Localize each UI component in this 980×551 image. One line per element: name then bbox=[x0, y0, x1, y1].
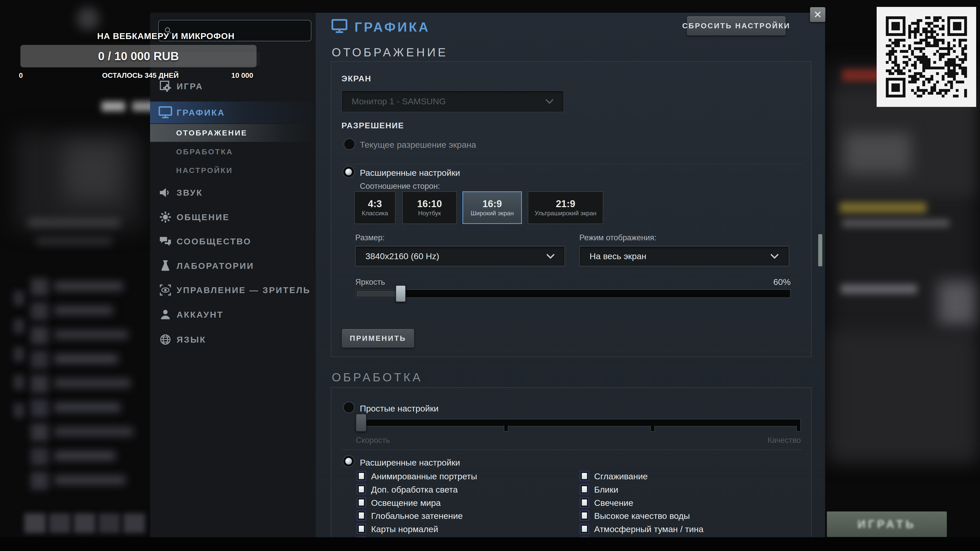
checkbox-ambient-occlusion[interactable] bbox=[357, 510, 366, 521]
background-blur bbox=[64, 143, 123, 202]
checkbox-extra-light-processing[interactable] bbox=[357, 484, 366, 494]
sidebar-item-spectator-controls[interactable]: УПРАВЛЕНИЕ — ЗРИТЕЛЬ bbox=[150, 281, 316, 299]
checkbox-label[interactable]: Освещение мира bbox=[371, 498, 441, 508]
brightness-value: 60% bbox=[750, 277, 791, 287]
apply-button[interactable]: ПРИМЕНИТЬ bbox=[342, 329, 414, 348]
background-blur bbox=[76, 7, 100, 30]
background-blur bbox=[54, 379, 130, 387]
display-section-box: ЭКРАН Монитор 1 - SAMSUNG РАЗРЕШЕНИЕ Тек… bbox=[331, 61, 811, 357]
screen: ИГРАТЬ ИГРА ГРАФИКА ОТОБРАЖЕН bbox=[0, 0, 980, 551]
checkbox-label[interactable]: Высокое качество воды bbox=[594, 511, 690, 521]
quality-slider-track[interactable] bbox=[356, 419, 801, 427]
sidebar-item-game[interactable]: ИГРА bbox=[150, 77, 316, 95]
chat-bubbles-icon bbox=[158, 234, 172, 248]
quality-slider-handle[interactable] bbox=[356, 414, 366, 432]
close-button[interactable]: ✕ bbox=[810, 7, 825, 22]
radio-simple-settings-label[interactable]: Простые настройки bbox=[360, 403, 439, 413]
monitor-icon bbox=[331, 19, 348, 34]
brightness-slider-handle[interactable] bbox=[396, 285, 406, 302]
processing-section-box: Простые настройки Скорость Качество Расш… bbox=[331, 387, 811, 538]
checkbox-world-lighting[interactable] bbox=[357, 497, 366, 508]
settings-main-panel: ГРАФИКА СБРОСИТЬ НАСТРОЙКИ ОТОБРАЖЕНИЕ Э… bbox=[316, 13, 825, 537]
display-mode-select[interactable]: На весь экран bbox=[579, 246, 789, 266]
radio-advanced-resolution[interactable] bbox=[342, 166, 355, 178]
aspect-option-4-3[interactable]: 4:3 Классика bbox=[354, 191, 396, 224]
chevron-down-icon bbox=[545, 98, 554, 104]
radio-advanced-resolution-label[interactable]: Расширенные настройки bbox=[360, 168, 460, 178]
radio-simple-settings[interactable] bbox=[343, 402, 355, 413]
sidebar-item-account[interactable]: АККАУНТ bbox=[150, 305, 316, 324]
checkbox-high-quality-water[interactable] bbox=[580, 510, 589, 521]
background-blur bbox=[13, 403, 24, 418]
divider bbox=[342, 449, 802, 450]
play-button[interactable]: ИГРАТЬ bbox=[827, 511, 947, 537]
sidebar-item-graphics[interactable]: ГРАФИКА bbox=[150, 102, 316, 124]
background-blur bbox=[30, 278, 48, 296]
panel-scrollbar-thumb[interactable] bbox=[818, 234, 822, 266]
sidebar-subitem-display[interactable]: ОТОБРАЖЕНИЕ bbox=[150, 124, 316, 142]
background-blur bbox=[30, 375, 48, 393]
checkbox-specular[interactable] bbox=[580, 484, 589, 494]
checkbox-animated-portraits[interactable] bbox=[357, 471, 366, 481]
sidebar-item-labs[interactable]: ЛАБОРАТОРИИ bbox=[150, 257, 316, 275]
sidebar-item-label: УПРАВЛЕНИЕ — ЗРИТЕЛЬ bbox=[177, 285, 310, 295]
background-blur bbox=[49, 513, 71, 533]
popup-amount-text: 0 / 10 000 RUB bbox=[98, 49, 179, 63]
monitor-select[interactable]: Монитор 1 - SAMSUNG bbox=[342, 90, 564, 112]
popup-range-min: 0 bbox=[19, 71, 23, 79]
background-blur bbox=[36, 237, 112, 245]
background-blur bbox=[54, 451, 115, 460]
sidebar-item-sound[interactable]: ЗВУК bbox=[150, 183, 316, 202]
background-blur bbox=[102, 102, 125, 111]
speaker-icon bbox=[158, 186, 172, 200]
play-button-label: ИГРАТЬ bbox=[858, 518, 916, 530]
aspect-option-16-10[interactable]: 16:10 Ноутбук bbox=[402, 191, 457, 224]
popup-days-left: ОСТАЛОСЬ 345 ДНЕЙ bbox=[76, 71, 204, 79]
checkbox-label[interactable]: Атмосферный туман / тина bbox=[594, 524, 703, 534]
brightness-slider-track[interactable] bbox=[355, 289, 791, 298]
checkbox-glow[interactable] bbox=[580, 497, 589, 508]
background-blur bbox=[829, 64, 977, 462]
checkbox-antialiasing[interactable] bbox=[580, 471, 589, 481]
flask-icon bbox=[158, 259, 172, 273]
background-blur bbox=[30, 327, 48, 345]
checkbox-label[interactable]: Доп. обработка света bbox=[371, 485, 458, 495]
aspect-sublabel: Ультраширокий экран bbox=[535, 210, 597, 216]
radio-advanced-settings-label[interactable]: Расширенные настройки bbox=[360, 457, 460, 468]
checkbox-atmospheric-fog[interactable] bbox=[580, 524, 589, 534]
popup-amount: 0 / 10 000 RUB bbox=[21, 45, 256, 67]
background-blur bbox=[54, 330, 128, 339]
reset-settings-button[interactable]: СБРОСИТЬ НАСТРОЙКИ bbox=[687, 16, 786, 35]
checkbox-label[interactable]: Анимированные портреты bbox=[371, 472, 477, 481]
slider-tick bbox=[504, 426, 508, 432]
monitor-icon bbox=[158, 105, 172, 120]
background-blur bbox=[54, 403, 121, 412]
sidebar-subitem-options[interactable]: НАСТРОЙКИ bbox=[150, 162, 316, 179]
sidebar-subitem-processing[interactable]: ОБРАБОТКА bbox=[150, 143, 316, 161]
checkbox-label[interactable]: Блики bbox=[594, 485, 618, 495]
checkbox-normal-maps[interactable] bbox=[357, 524, 366, 534]
size-select[interactable]: 3840x2160 (60 Hz) bbox=[355, 246, 565, 266]
checkbox-label[interactable]: Глобальное затенение bbox=[371, 511, 463, 521]
background-blur bbox=[938, 281, 976, 327]
slider-speed-label: Скорость bbox=[356, 436, 390, 445]
sidebar-item-language[interactable]: ЯЗЫК bbox=[150, 330, 316, 349]
sidebar-item-label: ГРАФИКА bbox=[177, 108, 225, 118]
radio-current-resolution[interactable] bbox=[344, 138, 355, 150]
sidebar-item-community[interactable]: СООБЩЕСТВО bbox=[150, 232, 316, 251]
aspect-option-21-9[interactable]: 21:9 Ультраширокий экран bbox=[528, 191, 603, 224]
checkbox-label[interactable]: Сглаживание bbox=[594, 472, 648, 481]
radio-advanced-settings[interactable] bbox=[342, 455, 355, 467]
resolution-label: РАЗРЕШЕНИЕ bbox=[342, 121, 404, 130]
person-icon bbox=[158, 307, 172, 322]
sidebar-item-communication[interactable]: ОБЩЕНИЕ bbox=[150, 208, 316, 226]
sidebar-item-label: АККАУНТ bbox=[177, 310, 224, 320]
checkbox-label[interactable]: Свечение bbox=[594, 498, 633, 508]
checkbox-label[interactable]: Карты нормалей bbox=[371, 524, 438, 534]
processing-section-title: ОБРАБОТКА bbox=[332, 370, 423, 384]
size-select-value: 3840x2160 (60 Hz) bbox=[366, 251, 546, 261]
aspect-option-16-9[interactable]: 16:9 Широкий экран bbox=[463, 191, 522, 224]
communication-icon bbox=[158, 210, 172, 224]
sidebar-item-label: ИГРА bbox=[177, 81, 203, 91]
radio-current-resolution-label[interactable]: Текущее разрешение экрана bbox=[360, 140, 476, 150]
